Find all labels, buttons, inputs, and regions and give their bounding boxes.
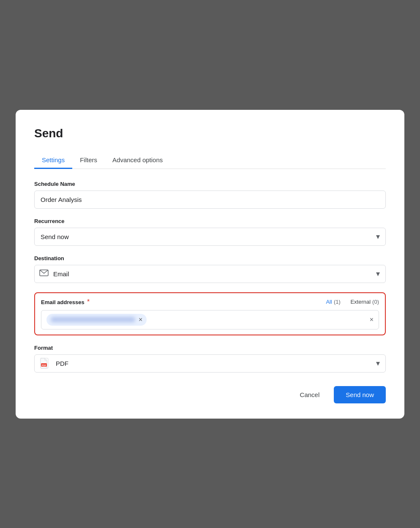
send-now-button[interactable]: Send now — [334, 386, 386, 403]
email-addresses-section: Email addresses * All (1) External (0) ×… — [34, 292, 386, 335]
format-select-wrapper: PDF PDF ▾ — [34, 354, 386, 373]
format-group: Format PDF PDF ▾ — [34, 345, 386, 373]
email-chips-container[interactable]: × × — [41, 310, 379, 329]
recurrence-select-wrapper: Send now ▾ — [34, 228, 386, 246]
schedule-name-label: Schedule Name — [34, 181, 386, 187]
filter-external-button[interactable]: External — [350, 299, 371, 305]
tab-settings[interactable]: Settings — [34, 152, 72, 169]
dialog-footer: Cancel Send now — [34, 386, 386, 403]
email-chip-text — [51, 317, 135, 322]
email-chip: × — [46, 314, 147, 326]
tab-filters[interactable]: Filters — [72, 152, 105, 169]
email-addresses-label-row: Email addresses * — [41, 298, 90, 306]
tabs-bar: Settings Filters Advanced options — [34, 152, 386, 169]
destination-select[interactable]: Email — [34, 265, 386, 283]
empty-close-button[interactable]: × — [370, 316, 374, 324]
email-addresses-header: Email addresses * All (1) External (0) — [41, 298, 379, 306]
dialog-title: Send — [34, 127, 386, 140]
cancel-button[interactable]: Cancel — [292, 387, 327, 403]
tab-advanced-options[interactable]: Advanced options — [105, 152, 170, 169]
email-filter-tabs: All (1) External (0) — [326, 299, 379, 305]
format-label: Format — [34, 345, 386, 351]
destination-group: Destination Email ▾ — [34, 255, 386, 283]
send-dialog: Send Settings Filters Advanced options S… — [16, 110, 404, 419]
email-chip-remove-button[interactable]: × — [139, 316, 142, 323]
filter-external-count: (0) — [372, 299, 379, 305]
recurrence-group: Recurrence Send now ▾ — [34, 218, 386, 246]
recurrence-label: Recurrence — [34, 218, 386, 224]
schedule-name-input[interactable] — [34, 191, 386, 209]
schedule-name-group: Schedule Name — [34, 181, 386, 209]
empty-chip-area: × — [149, 316, 374, 324]
email-addresses-label: Email addresses — [41, 299, 85, 305]
filter-all-count: (1) — [334, 299, 341, 305]
filter-all-button[interactable]: All — [326, 299, 332, 305]
required-star: * — [87, 298, 90, 305]
recurrence-select[interactable]: Send now — [34, 228, 386, 246]
destination-label: Destination — [34, 255, 386, 261]
filter-separator — [345, 299, 346, 305]
destination-select-wrapper: Email ▾ — [34, 265, 386, 283]
format-select[interactable]: PDF — [34, 354, 386, 373]
